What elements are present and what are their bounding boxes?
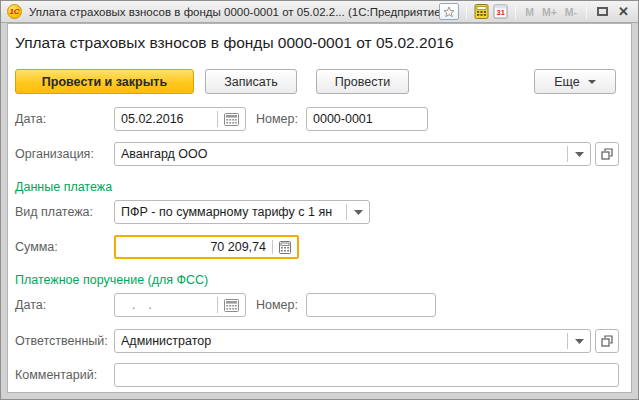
title-bar: 1С Уплата страховых взносов в фонды 0000…	[1, 1, 638, 23]
payment-type-dropdown-icon[interactable]	[347, 201, 369, 223]
po-number-field[interactable]	[306, 293, 436, 317]
po-date-label: Дата:	[15, 293, 46, 317]
number-input[interactable]	[307, 108, 427, 130]
memory-add-button[interactable]: M+	[540, 6, 559, 18]
window-title: Уплата страховых взносов в фонды 0000-00…	[29, 6, 439, 18]
amount-field[interactable]	[114, 235, 299, 259]
form-area: Уплата страховых взносов в фонды 0000-00…	[7, 23, 632, 393]
amount-label: Сумма:	[15, 235, 58, 259]
po-date-picker-icon[interactable]	[218, 294, 245, 316]
payment-type-input[interactable]	[115, 201, 346, 223]
close-button[interactable]: ✕	[615, 5, 632, 18]
chevron-down-icon	[588, 80, 596, 84]
organization-dropdown-icon[interactable]	[568, 143, 590, 165]
maximize-button[interactable]	[594, 7, 611, 16]
titlebar-separator	[586, 5, 587, 19]
organization-input[interactable]	[115, 143, 567, 165]
calculator-picker-icon[interactable]	[273, 237, 297, 257]
page-title: Уплата страховых взносов в фонды 0000-00…	[15, 34, 454, 52]
number-field[interactable]	[306, 107, 428, 131]
memory-subtract-button[interactable]: M-	[563, 6, 579, 18]
date-input[interactable]	[115, 108, 217, 130]
payment-type-label: Вид платежа:	[15, 200, 93, 224]
post-and-close-button[interactable]: Провести и закрыть	[15, 69, 194, 94]
responsible-label: Ответственный:	[15, 329, 108, 353]
amount-input[interactable]	[116, 237, 272, 257]
more-button-label: Еще	[554, 75, 579, 89]
comment-label: Комментарий:	[15, 363, 97, 387]
favorites-star-icon[interactable]	[439, 3, 459, 20]
po-number-label: Номер:	[256, 293, 298, 317]
organization-field[interactable]	[114, 142, 591, 166]
responsible-dropdown-icon[interactable]	[568, 330, 590, 352]
calendar-icon-number: 31	[493, 8, 508, 17]
app-window: 1С Уплата страховых взносов в фонды 0000…	[0, 0, 639, 400]
comment-input[interactable]	[115, 364, 618, 386]
payment-data-section-title: Данные платежа	[15, 180, 112, 194]
more-button[interactable]: Еще	[534, 69, 616, 94]
date-field[interactable]	[114, 107, 246, 131]
1c-logo-icon: 1С	[7, 4, 22, 19]
payment-order-section-title: Платежное поручение (для ФСС)	[15, 273, 208, 287]
po-date-input[interactable]	[115, 294, 217, 316]
post-button[interactable]: Провести	[316, 69, 409, 94]
date-picker-icon[interactable]	[218, 108, 245, 130]
responsible-input[interactable]	[115, 330, 567, 352]
responsible-field[interactable]	[114, 329, 591, 353]
calendar-icon[interactable]: 31	[493, 4, 508, 19]
write-button[interactable]: Записать	[205, 69, 297, 94]
organization-open-icon[interactable]	[595, 142, 619, 166]
comment-field[interactable]	[114, 363, 619, 387]
titlebar-separator	[466, 5, 467, 19]
organization-label: Организация:	[15, 142, 94, 166]
payment-type-field[interactable]	[114, 200, 370, 224]
date-label: Дата:	[15, 107, 46, 131]
po-date-field[interactable]	[114, 293, 246, 317]
memory-recall-button[interactable]: M	[523, 6, 536, 18]
number-label: Номер:	[256, 107, 298, 131]
po-number-input[interactable]	[307, 294, 435, 316]
responsible-open-icon[interactable]	[595, 329, 619, 353]
calculator-icon[interactable]	[474, 4, 489, 19]
titlebar-separator	[515, 5, 516, 19]
